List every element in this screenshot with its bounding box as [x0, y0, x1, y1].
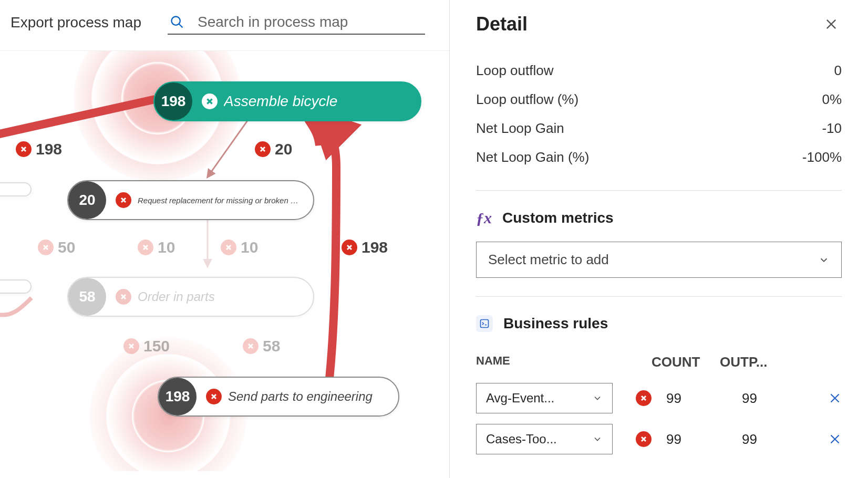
business-rule-row: Avg-Event... 99 99	[476, 378, 842, 419]
metric-label: Loop outflow (%)	[476, 91, 578, 108]
edge-label: 198	[16, 140, 62, 158]
error-icon	[636, 390, 652, 406]
node-request-replacement[interactable]: 20 Request replacement for missing or br…	[67, 180, 314, 220]
svg-rect-2	[481, 320, 489, 328]
toolbar: Export process map	[0, 0, 449, 51]
edge-count: 198	[361, 238, 388, 256]
search-input[interactable]	[198, 14, 423, 30]
chevron-down-icon	[592, 434, 603, 444]
edge-label: 20	[255, 140, 292, 158]
edge-count: 20	[275, 140, 292, 158]
edge-label: 10	[221, 238, 258, 256]
node-label: Send parts to engineering	[228, 389, 387, 404]
metric-label: Net Loop Gain (%)	[476, 149, 589, 165]
node-send-parts[interactable]: 198 Send parts to engineering	[158, 377, 399, 417]
node-partial[interactable]: tory	[0, 279, 32, 294]
dropdown-placeholder: Select metric to add	[488, 252, 609, 268]
edge-count: 150	[143, 337, 170, 355]
detail-title: Detail	[476, 13, 528, 35]
metric-row: Net Loop Gain -10	[476, 114, 842, 143]
fx-icon: ƒx	[476, 209, 492, 227]
rule-name-dropdown[interactable]: Avg-Event...	[476, 383, 613, 413]
error-icon	[38, 240, 54, 255]
error-icon	[342, 240, 357, 255]
node-count: 198	[159, 378, 197, 415]
rule-count: 99	[666, 390, 735, 407]
metric-row: Net Loop Gain (%) -100%	[476, 143, 842, 172]
error-icon	[116, 289, 131, 305]
metric-row: Loop outflow 0	[476, 56, 842, 85]
col-header-output: OUTP...	[720, 354, 799, 370]
edge-label: 10	[138, 238, 175, 256]
section-title: Business rules	[503, 315, 608, 332]
rule-name: Avg-Event...	[486, 391, 554, 406]
close-panel-button[interactable]	[821, 14, 842, 35]
section-title: Custom metrics	[502, 210, 614, 226]
rule-output: 99	[742, 431, 821, 448]
process-map-pane: Export process map	[0, 0, 450, 478]
node-label: tory	[0, 280, 12, 293]
search-container[interactable]	[168, 11, 425, 35]
error-icon	[138, 240, 153, 255]
custom-metrics-header: ƒx Custom metrics	[476, 209, 842, 227]
col-header-count: COUNT	[652, 354, 720, 370]
business-rules-table-header: NAME COUNT OUTP...	[476, 347, 842, 378]
error-icon	[206, 389, 222, 404]
node-label: Order in parts	[138, 289, 230, 304]
metric-value: 0	[834, 63, 842, 79]
metric-label: Net Loop Gain	[476, 120, 564, 137]
chevron-down-icon	[818, 254, 830, 266]
col-header-name: NAME	[476, 354, 628, 370]
node-count: 20	[68, 181, 106, 219]
node-partial[interactable]: arts	[0, 182, 32, 196]
node-count: 58	[68, 278, 106, 316]
search-icon	[170, 15, 184, 29]
delete-rule-button[interactable]	[828, 391, 842, 405]
business-rules-header: Business rules	[476, 315, 842, 332]
rule-name: Cases-Too...	[486, 432, 557, 446]
error-icon	[243, 338, 259, 354]
error-icon	[16, 141, 32, 157]
error-icon	[123, 338, 139, 354]
node-count: 198	[154, 82, 192, 120]
metric-label: Loop outflow	[476, 63, 553, 79]
metric-value: -10	[822, 120, 842, 137]
select-metric-dropdown[interactable]: Select metric to add	[476, 242, 842, 278]
rules-icon	[476, 315, 493, 332]
error-icon	[221, 240, 236, 255]
svg-line-1	[179, 24, 183, 28]
edge-count: 58	[263, 337, 280, 355]
process-map-canvas[interactable]: 198 20 198 50 10 10	[0, 51, 449, 471]
error-icon	[255, 141, 271, 157]
error-icon	[636, 431, 652, 447]
node-label: arts	[0, 183, 12, 195]
export-process-map-link[interactable]: Export process map	[11, 14, 141, 31]
edge-count: 198	[36, 140, 62, 158]
svg-point-0	[172, 17, 180, 25]
edge-count: 50	[58, 238, 75, 256]
detail-panel: Detail Loop outflow 0 Loop outflow (%) 0…	[450, 0, 868, 478]
edge-count: 10	[158, 238, 175, 256]
node-label: Assemble bicycle	[224, 93, 352, 110]
business-rule-row: Cases-Too... 99 99	[476, 419, 842, 460]
rule-count: 99	[666, 431, 735, 448]
edge-label: 150	[123, 337, 170, 355]
edge-count: 10	[241, 238, 258, 256]
close-node-icon[interactable]	[202, 93, 218, 109]
metric-value: -100%	[802, 149, 842, 165]
rule-name-dropdown[interactable]: Cases-Too...	[476, 424, 613, 454]
rule-output: 99	[742, 390, 821, 407]
error-icon	[116, 192, 131, 208]
chevron-down-icon	[592, 393, 603, 403]
edge-label: 58	[243, 337, 280, 355]
edge-label: 50	[38, 238, 75, 256]
node-label: Request replacement for missing or broke…	[138, 196, 313, 205]
delete-rule-button[interactable]	[828, 432, 842, 446]
node-order-parts[interactable]: 58 Order in parts	[67, 277, 314, 317]
metric-row: Loop outflow (%) 0%	[476, 85, 842, 114]
metric-value: 0%	[822, 91, 842, 108]
node-assemble-bicycle[interactable]: 198 Assemble bicycle	[153, 81, 421, 121]
edge-label: 198	[342, 238, 388, 256]
